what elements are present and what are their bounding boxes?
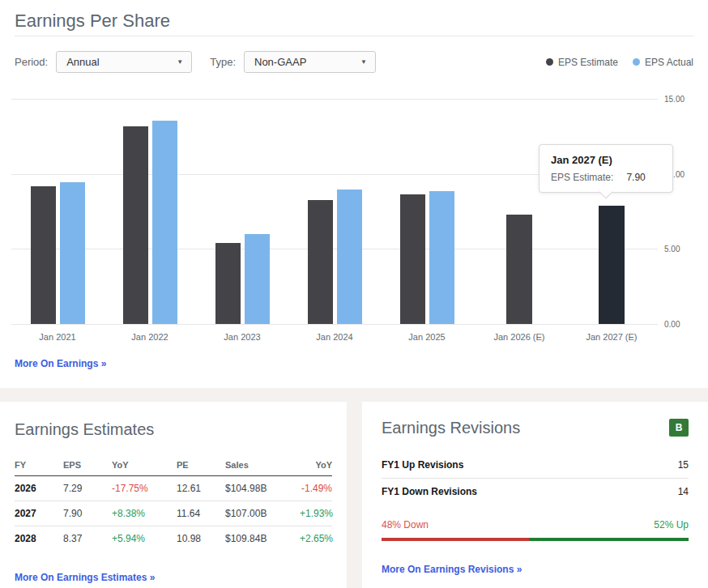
- period-label: Period:: [15, 56, 48, 68]
- x-axis-label: Jan 2021: [11, 332, 104, 342]
- estimates-title: Earnings Estimates: [15, 420, 332, 439]
- legend-label: EPS Actual: [645, 57, 693, 68]
- period-select[interactable]: Annual ▼: [56, 51, 192, 73]
- table-row: 20267.29-17.75%12.61$104.98B-1.49%: [15, 476, 332, 501]
- revision-row-label: FY1 Down Revisions: [382, 486, 477, 497]
- table-cell: +2.65%: [300, 533, 333, 544]
- period-select-value: Annual: [66, 56, 99, 68]
- type-select[interactable]: Non-GAAP ▼: [244, 51, 376, 73]
- table-cell: $104.98B: [225, 483, 300, 494]
- x-axis-label: Jan 2027 (E): [565, 332, 658, 342]
- revisions-title: Earnings Revisions: [382, 418, 520, 437]
- chart-tooltip: Jan 2027 (E) EPS Estimate: 7.90: [539, 144, 673, 193]
- table-cell: 7.29: [63, 483, 112, 494]
- x-axis-label: Jan 2022: [104, 332, 196, 342]
- revision-row-value: 15: [678, 459, 689, 471]
- period-control: Period: Annual ▼: [15, 51, 192, 73]
- down-percentage-label: 48% Down: [382, 519, 429, 530]
- revision-row-label: FY1 Up Revisions: [382, 459, 463, 471]
- table-cell: 12.61: [177, 483, 225, 494]
- up-bar-segment: [529, 538, 689, 541]
- bar-eps-estimate[interactable]: [506, 215, 532, 324]
- table-cell: 2026: [15, 483, 63, 494]
- table-cell: 11.64: [177, 508, 225, 519]
- gridline: [11, 99, 658, 100]
- estimate-dot-icon: [546, 58, 553, 66]
- y-axis-label: 5.00: [664, 245, 680, 254]
- revision-row-value: 14: [678, 486, 689, 497]
- estimates-table-header: FYEPSYoYPESalesYoY: [15, 460, 332, 476]
- up-percentage-label: 52% Up: [654, 519, 689, 530]
- page-header: Earnings Per Share: [0, 0, 708, 36]
- type-label: Type:: [210, 56, 236, 68]
- more-on-earnings-revisions-link[interactable]: More On Earnings Revisions »: [382, 564, 522, 575]
- down-bar-segment: [382, 538, 529, 541]
- column-header: Sales: [225, 460, 300, 470]
- bar-eps-estimate[interactable]: [400, 194, 425, 324]
- bar-eps-estimate[interactable]: [308, 200, 333, 324]
- x-axis-label: Jan 2025: [381, 332, 473, 342]
- bar-eps-actual[interactable]: [337, 190, 362, 324]
- earnings-page: Earnings Per Share Period: Annual ▼ Type…: [0, 0, 708, 588]
- column-header: FY: [15, 460, 63, 470]
- column-header: PE: [177, 460, 225, 470]
- chart-legend: EPS Estimate EPS Actual: [546, 57, 693, 68]
- x-axis-label: Jan 2023: [196, 332, 288, 342]
- chart-plot-area: [11, 99, 658, 324]
- gridline: [11, 324, 658, 325]
- type-select-value: Non-GAAP: [254, 56, 306, 68]
- legend-item-actual[interactable]: EPS Actual: [633, 57, 693, 68]
- y-axis-label: 15.00: [664, 95, 685, 104]
- more-on-earnings-estimates-link[interactable]: More On Earnings Estimates »: [15, 572, 155, 583]
- list-item: FY1 Down Revisions14: [382, 479, 689, 505]
- chart-controls: Period: Annual ▼ Type: Non-GAAP ▼ EPS Es…: [15, 51, 693, 73]
- estimates-table: FYEPSYoYPESalesYoY 20267.29-17.75%12.61$…: [15, 460, 332, 551]
- bar-eps-actual[interactable]: [152, 121, 177, 324]
- table-cell: $107.00B: [225, 508, 300, 519]
- table-cell: -1.49%: [300, 483, 332, 494]
- table-cell: $109.84B: [225, 533, 300, 544]
- revisions-rows: FY1 Up Revisions15FY1 Down Revisions14: [382, 452, 689, 505]
- table-cell: 2028: [15, 533, 63, 544]
- legend-label: EPS Estimate: [558, 57, 618, 68]
- more-on-earnings-link[interactable]: More On Earnings »: [15, 358, 106, 369]
- x-axis-label: Jan 2024: [288, 332, 381, 342]
- divider: [15, 36, 693, 36]
- bar-eps-estimate[interactable]: [31, 186, 56, 324]
- page-title: Earnings Per Share: [15, 11, 693, 31]
- y-axis-label: 0.00: [664, 320, 680, 329]
- column-header: EPS: [63, 460, 112, 470]
- tooltip-title: Jan 2027 (E): [551, 154, 661, 166]
- bottom-section: Earnings Estimates FYEPSYoYPESalesYoY 20…: [0, 388, 708, 588]
- type-control: Type: Non-GAAP ▼: [210, 51, 376, 73]
- bar-eps-estimate[interactable]: [599, 206, 625, 324]
- actual-dot-icon: [633, 58, 640, 66]
- earnings-revisions-card: Earnings Revisions B FY1 Up Revisions15F…: [362, 402, 708, 588]
- revisions-grade-badge[interactable]: B: [669, 419, 689, 437]
- column-header: YoY: [112, 460, 177, 470]
- revisions-ratio-bar: [382, 538, 689, 541]
- x-axis-label: Jan 2026 (E): [473, 332, 565, 342]
- bar-eps-actual[interactable]: [429, 191, 454, 324]
- legend-item-estimate[interactable]: EPS Estimate: [546, 57, 618, 68]
- chevron-down-icon: ▼: [360, 58, 367, 66]
- bar-eps-estimate[interactable]: [123, 126, 148, 324]
- table-row: 20288.37+5.94%10.98$109.84B+2.65%: [15, 526, 332, 551]
- earnings-estimates-card: Earnings Estimates FYEPSYoYPESalesYoY 20…: [0, 402, 347, 588]
- tooltip-value: 7.90: [626, 172, 645, 183]
- list-item: FY1 Up Revisions15: [382, 452, 689, 479]
- table-cell: +1.93%: [300, 508, 333, 519]
- card-gutter: [347, 402, 362, 588]
- table-row: 20277.90+8.38%11.64$107.00B+1.93%: [15, 501, 332, 526]
- table-cell: +5.94%: [112, 533, 177, 544]
- bar-eps-actual[interactable]: [245, 234, 270, 324]
- tooltip-series-label: EPS Estimate:: [551, 172, 613, 183]
- table-cell: 7.90: [63, 508, 112, 519]
- chevron-down-icon: ▼: [177, 58, 183, 66]
- column-header: YoY: [300, 460, 332, 470]
- bar-eps-actual[interactable]: [60, 182, 85, 324]
- table-cell: -17.75%: [112, 483, 177, 494]
- bar-eps-estimate[interactable]: [215, 243, 241, 324]
- table-cell: 10.98: [177, 533, 225, 544]
- table-cell: 2027: [15, 508, 63, 519]
